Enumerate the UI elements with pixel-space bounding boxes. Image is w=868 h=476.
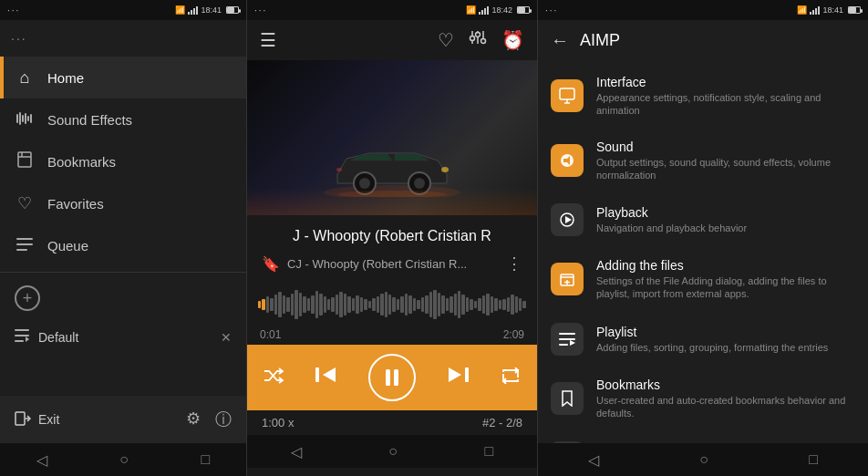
repeat-button[interactable] <box>501 366 521 389</box>
track-bookmark-icon[interactable]: 🔖 <box>262 255 280 273</box>
waveform-bar <box>380 294 383 316</box>
home-nav-button-3[interactable]: ○ <box>699 451 708 468</box>
equalizer-icon[interactable] <box>469 29 487 51</box>
waveform-bar <box>291 294 294 316</box>
svg-rect-16 <box>16 412 25 425</box>
sidebar-item-favorites[interactable]: ♡ Favorites <box>0 182 246 224</box>
svg-rect-10 <box>16 243 33 245</box>
waveform-bar <box>405 294 408 316</box>
playlist-item-default[interactable]: Default ✕ <box>0 318 246 357</box>
waveform-bar <box>478 298 480 311</box>
favorite-heart-icon[interactable]: ♡ <box>438 29 454 51</box>
time-row: 0:01 2:09 <box>247 328 537 341</box>
menu-dots: ··· <box>11 31 27 46</box>
recents-nav-button[interactable]: □ <box>202 451 211 468</box>
settings-item-name-adding-files: Adding the files <box>596 258 855 273</box>
sidebar-item-sound-effects[interactable]: Sound Effects <box>0 98 246 140</box>
settings-item-icon-playback <box>551 203 584 236</box>
bookmarks-icon <box>15 151 35 172</box>
more-options-icon[interactable]: ⋮ <box>506 254 522 274</box>
sidebar-item-home-label: Home <box>47 70 84 86</box>
battery-1 <box>226 6 239 14</box>
waveform-bar <box>299 293 302 316</box>
road-glow <box>247 188 537 215</box>
exit-label: Exit <box>38 412 59 427</box>
speed-label[interactable]: 1:00 x <box>262 416 294 429</box>
sidebar-item-home[interactable]: ⌂ Home <box>0 57 246 98</box>
exit-button[interactable]: Exit <box>15 411 59 429</box>
waveform-bar <box>441 295 444 314</box>
back-nav-button[interactable]: ◁ <box>36 451 47 469</box>
svg-rect-33 <box>315 367 319 382</box>
recents-nav-button-3[interactable]: □ <box>809 451 818 468</box>
settings-item-desc-playback: Navigation and playback behavior <box>596 222 855 234</box>
sound-effects-icon <box>15 110 35 129</box>
svg-marker-51 <box>570 340 575 346</box>
playlist-item-name: Default <box>38 330 212 345</box>
settings-back-button[interactable]: ← <box>551 30 569 51</box>
waveform-bar <box>344 294 346 316</box>
waveform-bar <box>417 300 419 309</box>
waveform-bar <box>515 296 518 313</box>
svg-rect-14 <box>15 340 24 342</box>
settings-item-adding-files[interactable]: Adding the files Settings of the File Ad… <box>538 247 868 312</box>
topbar-right-icons: ♡ ⏰ <box>438 29 524 51</box>
waveform-bar <box>461 295 464 315</box>
settings-item-interface[interactable]: Interface Appearance settings, notificat… <box>538 64 868 129</box>
alarm-icon[interactable]: ⏰ <box>501 29 524 51</box>
svg-point-19 <box>470 36 475 41</box>
waveform-bar <box>522 301 525 308</box>
settings-item-name-interface: Interface <box>596 75 855 89</box>
settings-item-icon-bookmarks <box>551 382 584 415</box>
settings-item-playback[interactable]: Playback Navigation and playback behavio… <box>538 192 868 247</box>
shuffle-button[interactable] <box>264 366 284 389</box>
back-nav-button-2[interactable]: ◁ <box>291 443 302 460</box>
svg-rect-34 <box>386 369 390 386</box>
signal-bars <box>188 6 198 15</box>
settings-item-playlist[interactable]: Playlist Adding files, sorting, grouping… <box>538 312 868 367</box>
svg-point-21 <box>476 33 480 37</box>
info-icon[interactable]: ⓘ <box>215 409 232 430</box>
recents-nav-button-2[interactable]: □ <box>485 443 494 460</box>
settings-item-desc-interface: Appearance settings, notification style,… <box>596 91 855 118</box>
wifi-icon-2: 📶 <box>466 5 476 15</box>
sidebar-item-queue[interactable]: Queue <box>0 224 246 266</box>
settings-item-album-arts[interactable]: Album Arts Search and loading album arts… <box>538 430 868 443</box>
settings-item-bookmarks[interactable]: Bookmarks User-created and auto-created … <box>538 367 868 431</box>
sidebar-item-sound-effects-label: Sound Effects <box>47 112 132 128</box>
waveform-bar <box>368 301 371 308</box>
playlist-icon <box>15 329 29 346</box>
exit-icon <box>15 411 31 429</box>
home-nav-button[interactable]: ○ <box>119 451 129 468</box>
svg-rect-48 <box>559 333 575 335</box>
waveform-bar <box>262 299 264 310</box>
previous-button[interactable] <box>315 366 336 389</box>
add-playlist-button[interactable]: + <box>15 285 40 311</box>
home-nav-button-2[interactable]: ○ <box>388 443 398 460</box>
time-start: 0:01 <box>260 328 281 341</box>
settings-item-name-playback: Playback <box>596 205 855 220</box>
next-button[interactable] <box>449 366 469 389</box>
pause-button[interactable] <box>368 354 416 401</box>
waveform-bar <box>339 292 342 317</box>
hamburger-icon[interactable]: ☰ <box>260 29 276 51</box>
nav-bar-3: ◁ ○ □ <box>538 443 868 476</box>
battery-2 <box>517 6 530 14</box>
waveform-bar <box>294 290 297 319</box>
dots-icon-3: ··· <box>545 5 558 16</box>
settings-item-desc-adding-files: Settings of the File Adding dialog, addi… <box>596 274 855 301</box>
settings-item-sound[interactable]: Sound Output settings, sound quality, so… <box>538 129 868 193</box>
track-info: J - Whoopty (Robert Cristian R 🔖 CJ - Wh… <box>247 215 537 281</box>
waveform-bar <box>446 298 449 311</box>
settings-gear-icon[interactable]: ⚙ <box>186 409 201 430</box>
sidebar-item-bookmarks[interactable]: Bookmarks <box>0 140 246 182</box>
player-bottom: 1:00 x #2 - 2/8 <box>247 410 537 435</box>
playlist-item-close-button[interactable]: ✕ <box>221 330 232 345</box>
time-end: 2:09 <box>503 328 524 341</box>
waveform-bar <box>327 299 330 310</box>
waveform-bar <box>425 295 428 314</box>
svg-rect-38 <box>560 88 574 99</box>
back-nav-button-3[interactable]: ◁ <box>588 451 599 469</box>
waveform[interactable] <box>247 281 537 328</box>
waveform-bar <box>385 292 388 317</box>
